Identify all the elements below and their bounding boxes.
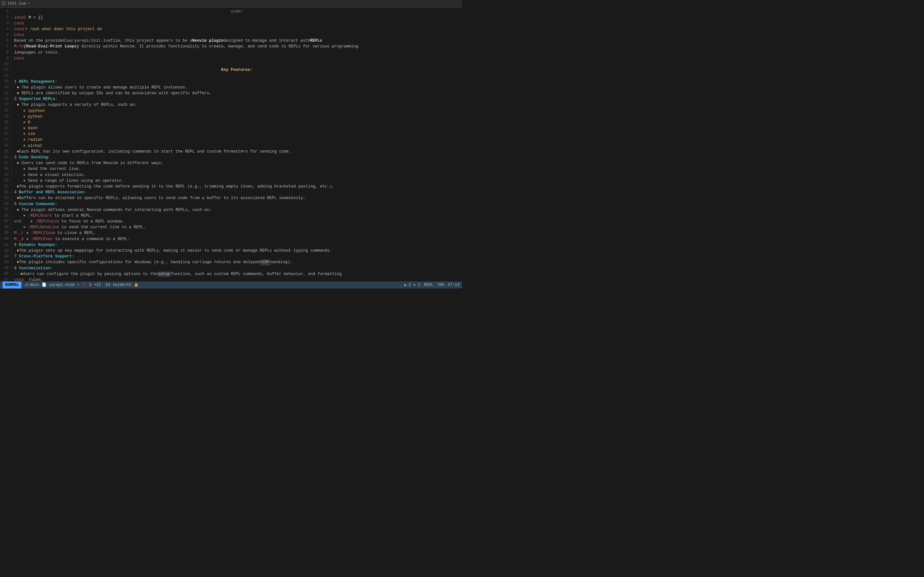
ln-13: 13 (3, 79, 9, 85)
ln-19: 19 (3, 114, 9, 119)
line-27-bullet: ● Send the current line. (14, 166, 459, 172)
line-1-code: local M = {} (14, 15, 459, 21)
ln-44: 44 (3, 259, 9, 266)
line-8-code: Loca (14, 56, 459, 61)
ln-39: 39 (3, 230, 9, 236)
line-35-cmd: ● :REPLStart to start a REPL. (14, 213, 459, 219)
ln-22: 22 (3, 131, 9, 137)
buffer-info: ⬛ 2 (82, 282, 91, 288)
tab-file-icon: ⬛ (1, 1, 6, 6)
ln-14: 14 (3, 85, 9, 90)
ln-30: 30 (3, 178, 9, 184)
git-info: ⎇ main (24, 282, 39, 288)
line-24-bullet: ● Each REPL has its own configuration, i… (14, 149, 459, 155)
ln-11: 11 (3, 67, 9, 73)
line-17-lang: ● ipython (14, 108, 459, 114)
section-info: #aider#1 (113, 282, 131, 288)
line-44-section: 8 Customization: (14, 266, 459, 271)
line-11-empty (14, 73, 459, 79)
ln-9: 9 (3, 56, 9, 61)
line-32-bullet: ● Buffers can be attached to specific RE… (14, 195, 459, 201)
ln-31: 31 (3, 184, 9, 190)
ln-26: 26 (3, 155, 9, 161)
lock-icon: ⚡ (77, 282, 79, 288)
line-30-bullet: ● The plugin supports formatting the cod… (14, 184, 459, 190)
line-15-section: 2 Supported REPLs: (14, 97, 459, 102)
line-29-bullet: ● Send a range of lines using an operato… (14, 178, 459, 184)
zoom-level: 70% (437, 282, 444, 288)
line-9-empty (14, 61, 459, 67)
mode-indicator: NORMAL (3, 282, 21, 288)
ln-1: 1 (3, 9, 9, 15)
ln-32: 32 (3, 190, 9, 195)
line-13-bullet: ● The plugin allows users to create and … (14, 85, 459, 90)
content-area[interactable]: aider local M = {} Loca Loca > /ask what… (11, 8, 462, 282)
ln-42: 42 (3, 248, 9, 254)
line-45-bullet: -- ● Users can configure the plugin by p… (14, 271, 459, 277)
ln-34: 34 (3, 201, 9, 207)
tab-close-button[interactable]: × (28, 2, 30, 6)
kw-local-2: Loca (14, 21, 24, 27)
ln-24: 24 (3, 143, 9, 149)
line-16-bullet: ● The plugin supports a variety of REPLs… (14, 102, 459, 108)
line-14-bullet: ● REPLs are identified by unique IDs and… (14, 91, 459, 97)
line-5-text: Based on the provided lua/yarepl/init.lu… (14, 38, 459, 44)
line-41-bullet: ● The plugin sets up key mappings for in… (14, 248, 459, 254)
line-18-lang: ● python (14, 114, 459, 119)
file-icon: 📄 (42, 282, 47, 288)
ln-10: 10 (3, 61, 9, 67)
line-40-section: 6 Dynamic Keymaps: (14, 242, 459, 248)
ln-25: 25 (3, 149, 9, 155)
ln-6: 6 (3, 38, 9, 44)
ln-8: 8 (3, 50, 9, 55)
line-21-lang: ● zsh (14, 131, 459, 137)
line-37-cmd: ● :REPLSendLine to send the current line… (14, 225, 459, 230)
ln-33: 33 (3, 195, 9, 201)
tab-bar: ⬛ init.lua × (0, 0, 462, 8)
ln-40: 40 (3, 236, 9, 242)
line-28-bullet: ● Send a visual selection. (14, 172, 459, 178)
ln-4: 4 (3, 27, 9, 32)
line-3-prompt: Loca > /ask what does this project do (14, 27, 459, 32)
ln-21: 21 (3, 126, 9, 131)
git-branch-icon: ⎇ (24, 282, 29, 288)
aider-header-line: aider (14, 9, 459, 15)
line-34-bullet: ● The plugin defines several Neovim comm… (14, 207, 459, 213)
editor-area: 1 2 3 4 5 6 7 8 9 10 11 12 13 14 15 16 1… (0, 8, 462, 282)
line-2-code: Loca (14, 21, 459, 26)
diagnostics: ▲ 2 ✕ 2 (404, 282, 420, 288)
ln-38: 38 (3, 225, 9, 230)
line-46-text: Loca rules. (14, 277, 459, 282)
ln-15: 15 (3, 91, 9, 97)
ln-2: 2 (3, 15, 9, 21)
line-36-cmd: end ● :REPLFocus to focus on a REPL wind… (14, 219, 459, 225)
ln-5: 5 (3, 32, 9, 38)
ln-45: 45 (3, 266, 9, 271)
main-window: ⬛ init.lua × 1 2 3 4 5 6 7 8 9 10 11 12 … (0, 0, 462, 288)
cursor-position: 57:13 (448, 282, 459, 288)
line-25-section: 3 Code Sending: (14, 155, 459, 161)
kw-local-1: local (14, 15, 29, 21)
ln-17: 17 (3, 102, 9, 108)
aider-title: aider (231, 9, 243, 15)
tab-label[interactable]: init.lua (7, 1, 26, 6)
line-31-section: 4 Buffer and REPL Association: (14, 190, 459, 195)
ln-27: 27 (3, 161, 9, 166)
ln-47: 47 (3, 277, 9, 282)
repl-indicator: REPL (424, 282, 433, 288)
ln-46: 46 (3, 271, 9, 277)
ln-12: 12 (3, 73, 9, 79)
line-12-section: 1 REPL Management: (14, 79, 459, 85)
changes-info: +13 -24 (94, 282, 110, 288)
lock-symbol: 🔒 (134, 282, 139, 288)
ln-16: 16 (3, 97, 9, 102)
line-numbers: 1 2 3 4 5 6 7 8 9 10 11 12 13 14 15 16 1… (0, 8, 11, 282)
line-23-lang: ● aichat (14, 143, 459, 149)
status-right: ▲ 2 ✕ 2 REPL 70% 57:13 (404, 282, 459, 288)
line-20-lang: ● bash (14, 126, 459, 131)
ln-7: 7 (3, 44, 9, 50)
ln-3: 3 (3, 21, 9, 26)
line-6-code: M.fo (Read-Eval-Print Loops) directly wi… (14, 44, 459, 50)
line-26-bullet: ● Users can send code to REPLs from Neov… (14, 161, 459, 166)
git-branch-name: main (30, 282, 39, 288)
